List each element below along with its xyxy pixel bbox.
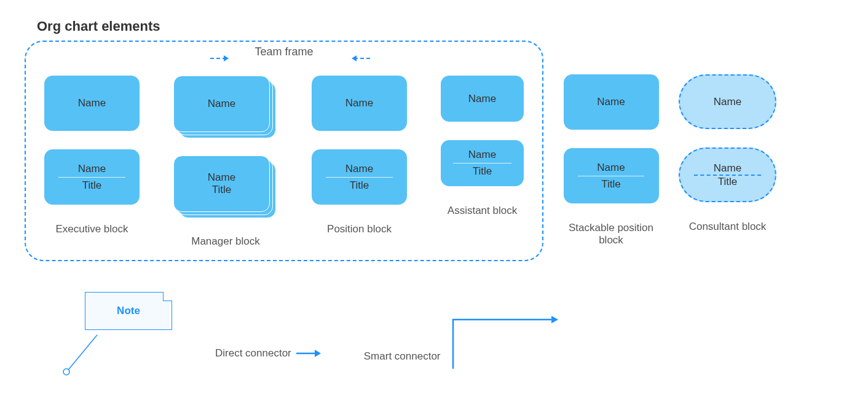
svg-marker-1 (224, 55, 229, 61)
svg-marker-7 (315, 350, 321, 357)
block-name-text: Name (468, 147, 496, 163)
block-name-text: Name (714, 162, 741, 175)
block-name-text: Name (78, 95, 106, 111)
svg-line-4 (68, 335, 97, 371)
block-title-text: Title (212, 184, 232, 196)
assistant-column: Name Name Title Assistant block (441, 76, 524, 248)
arrow-right-icon (210, 51, 229, 65)
manager-block-name-stack[interactable]: Name (173, 76, 278, 137)
top-area: Team frame Name Name Title Executive blo… (25, 41, 843, 261)
executive-block-name-title[interactable]: Name Title (44, 149, 140, 205)
executive-column: Name Name Title Executive block (44, 76, 140, 248)
block-name-text: Name (714, 96, 741, 108)
executive-block-name[interactable]: Name (44, 76, 140, 131)
stack-layer-top: Name (173, 76, 270, 132)
team-frame: Team frame Name Name Title Executive blo… (25, 41, 543, 261)
stackable-block-name[interactable]: Name (564, 74, 659, 130)
assistant-block-name[interactable]: Name (441, 76, 524, 122)
note-group: Note (61, 292, 172, 372)
caption-position: Position block (327, 223, 392, 235)
stackable-block-name-title[interactable]: Name Title (564, 148, 659, 203)
caption-consultant: Consultant block (689, 221, 767, 233)
assistant-block-name-title[interactable]: Name Title (441, 140, 524, 186)
page-title: Org chart elements (37, 18, 843, 34)
block-name-text: Name (208, 171, 235, 184)
block-name-text: Name (208, 98, 235, 110)
manager-block-name-title-stack[interactable]: Name Title (173, 155, 278, 217)
block-name-text: Name (345, 95, 373, 111)
team-frame-label: Team frame (254, 45, 313, 58)
consultant-block-name[interactable]: Name (679, 74, 776, 129)
block-name-text: Name (345, 161, 373, 177)
position-block-name-title[interactable]: Name Title (312, 149, 407, 205)
block-title-text: Title (601, 176, 621, 192)
block-title-text: Title (350, 178, 369, 194)
caption-stackable: Stackable position block (562, 222, 660, 247)
smart-connector-label: Smart connector (364, 350, 441, 372)
consultant-block-name-title[interactable]: Name Title (679, 147, 776, 202)
block-title-text: Title (82, 178, 102, 194)
svg-marker-3 (352, 55, 357, 61)
stackable-column: Name Name Title Stackable position block (562, 41, 660, 247)
block-name-text: Name (597, 160, 625, 176)
position-block-name[interactable]: Name (312, 76, 407, 131)
direct-connector-label: Direct connector (215, 347, 291, 360)
manager-column: Name Name Title Manager block (173, 76, 278, 248)
caption-executive: Executive block (55, 223, 128, 235)
arrow-left-icon (352, 51, 370, 65)
direct-connector[interactable]: Direct connector (215, 347, 321, 372)
svg-marker-8 (551, 316, 558, 323)
note-text: Note (117, 305, 140, 317)
note-shape[interactable]: Note (85, 292, 172, 330)
block-name-text: Name (468, 91, 496, 107)
bottom-area: Note Direct connector Smart connector (25, 292, 843, 372)
block-name-text: Name (78, 161, 106, 177)
caption-assistant: Assistant block (448, 205, 517, 217)
smart-connector[interactable]: Smart connector (364, 313, 561, 372)
note-pointer (61, 332, 101, 372)
consultant-column: Name Name Title Consultant block (679, 41, 776, 233)
caption-manager: Manager block (191, 235, 260, 248)
stack-layer-top: Name Title (173, 155, 270, 212)
position-column: Name Name Title Position block (312, 76, 407, 248)
svg-point-5 (63, 369, 69, 375)
block-title-text: Title (473, 163, 492, 179)
block-name-text: Name (597, 94, 625, 110)
block-title-text: Title (718, 176, 738, 188)
